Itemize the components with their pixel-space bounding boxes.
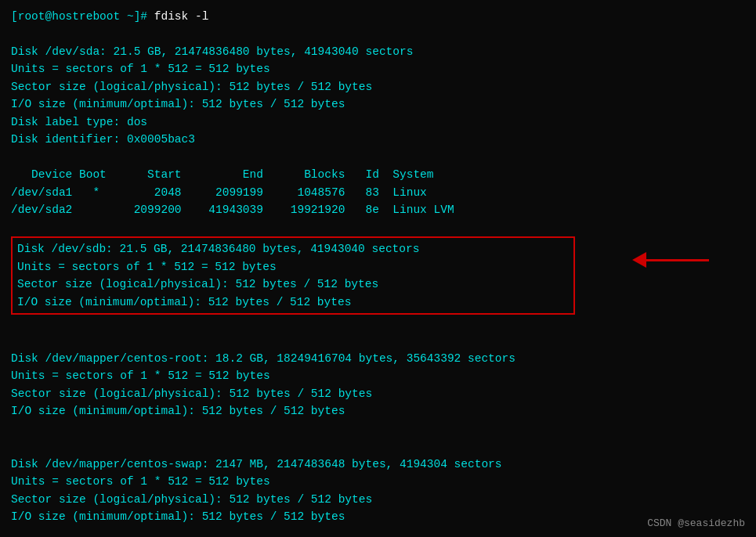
mapper-swap-disk: Disk /dev/mapper/centos-swap: 2147 MB, 2… (11, 456, 745, 473)
blank-line-4 (11, 315, 745, 332)
blank-line-8 (11, 526, 745, 537)
mapper-root-io: I/O size (minimum/optimal): 512 bytes / … (11, 402, 745, 420)
blank-line-7 (11, 438, 745, 455)
sdb-io-size: I/O size (minimum/optimal): 512 bytes / … (17, 294, 569, 311)
partition-sda1: /dev/sda1 * 2048 2099199 1048576 83 Linu… (11, 184, 745, 201)
command-line: [root@hostreboot ~]# fdisk -l (11, 8, 745, 25)
sdb-units: Units = sectors of 1 * 512 = 512 bytes (17, 258, 569, 276)
sda-label-type: Disk label type: dos (11, 114, 745, 131)
mapper-root-sector: Sector size (logical/physical): 512 byte… (11, 385, 745, 402)
mapper-swap-units: Units = sectors of 1 * 512 = 512 bytes (11, 473, 745, 490)
blank-line-3 (11, 219, 745, 236)
sda-disk-info: Disk /dev/sda: 21.5 GB, 21474836480 byte… (11, 43, 745, 60)
sdb-highlighted-box: Disk /dev/sdb: 21.5 GB, 21474836480 byte… (11, 236, 575, 315)
terminal-window: [root@hostreboot ~]# fdisk -l Disk /dev/… (0, 0, 756, 537)
annotation-arrow (632, 252, 709, 268)
partition-sda2: /dev/sda2 2099200 41943039 19921920 8e L… (11, 201, 745, 218)
blank-line-1 (11, 25, 745, 42)
sdb-disk-info: Disk /dev/sdb: 21.5 GB, 21474836480 byte… (17, 240, 569, 258)
blank-line-5 (11, 332, 745, 349)
prompt1: [root@hostreboot ~]# (11, 10, 154, 23)
sda-identifier: Disk identifier: 0x0005bac3 (11, 131, 745, 148)
partition-header: Device Boot Start End Blocks Id System (11, 166, 745, 183)
command: fdisk -l (154, 10, 209, 23)
arrow-head (632, 252, 646, 268)
blank-line-6 (11, 420, 745, 438)
watermark: CSDN @seasidezhb (647, 517, 745, 529)
mapper-root-disk: Disk /dev/mapper/centos-root: 18.2 GB, 1… (11, 350, 745, 367)
mapper-root-units: Units = sectors of 1 * 512 = 512 bytes (11, 367, 745, 384)
sdb-sector-size: Sector size (logical/physical): 512 byte… (17, 276, 569, 293)
sda-io-size: I/O size (minimum/optimal): 512 bytes / … (11, 96, 745, 113)
arrow-line (646, 259, 709, 261)
mapper-swap-sector: Sector size (logical/physical): 512 byte… (11, 491, 745, 508)
sda-units: Units = sectors of 1 * 512 = 512 bytes (11, 60, 745, 77)
sda-sector-size: Sector size (logical/physical): 512 byte… (11, 78, 745, 96)
blank-line-2 (11, 149, 745, 166)
mapper-swap-io: I/O size (minimum/optimal): 512 bytes / … (11, 508, 745, 525)
